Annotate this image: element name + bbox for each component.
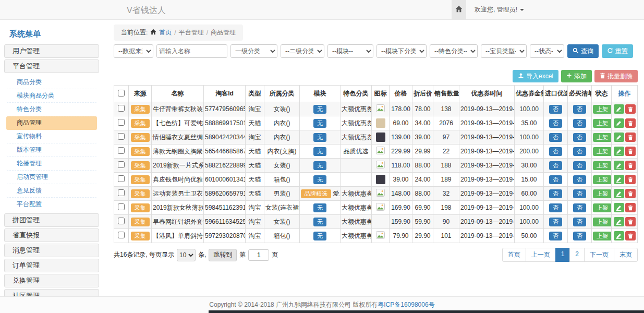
edit-button[interactable] — [614, 189, 624, 198]
must-buy-toggle-badge[interactable]: 否 — [573, 203, 586, 212]
must-buy-toggle-badge[interactable]: 否 — [573, 105, 586, 114]
name-input[interactable] — [156, 44, 227, 58]
feature-category-select[interactable]: --特色分类-- — [430, 44, 478, 58]
sidebar-item-user-management[interactable]: 用户管理 — [4, 44, 99, 58]
status-badge[interactable]: 上架 — [593, 175, 612, 184]
delete-button[interactable] — [625, 175, 636, 184]
sidebar-item-panel[interactable]: 省直快报 — [4, 228, 99, 242]
must-buy-toggle-badge[interactable]: 否 — [573, 175, 586, 184]
sidebar-item-panel[interactable]: 拼团管理 — [4, 213, 99, 227]
row-checkbox[interactable] — [118, 105, 125, 112]
page-button[interactable]: 首页 — [502, 248, 526, 262]
edit-button[interactable] — [614, 118, 624, 128]
edit-button[interactable] — [614, 175, 624, 184]
status-badge[interactable]: 上架 — [593, 218, 612, 226]
status-badge[interactable]: 上架 — [593, 161, 612, 170]
edit-button[interactable] — [614, 217, 624, 226]
sidebar-item-current[interactable]: 商品管理 — [6, 116, 97, 130]
delete-button[interactable] — [625, 189, 636, 198]
select-all-checkbox[interactable] — [118, 90, 125, 97]
import-toggle-badge[interactable]: 否 — [549, 189, 562, 198]
status-badge[interactable]: 上架 — [593, 232, 612, 240]
page-button[interactable]: 1 — [555, 248, 570, 262]
sidebar-sub-item[interactable]: 宣传物料 — [6, 130, 97, 143]
status-select[interactable]: --状态-- — [530, 44, 564, 58]
edit-button[interactable] — [614, 161, 624, 170]
level1-category-select[interactable]: 一级分类 — [230, 44, 277, 58]
row-checkbox[interactable] — [118, 218, 125, 224]
page-button[interactable]: 2 — [569, 248, 585, 262]
row-checkbox[interactable] — [118, 147, 125, 154]
batch-delete-button[interactable]: 批量删除 — [594, 70, 638, 82]
delete-button[interactable] — [625, 104, 636, 114]
import-toggle-badge[interactable]: 否 — [549, 218, 562, 226]
level2-category-select[interactable]: --二级分类-- — [281, 44, 324, 58]
delete-button[interactable] — [625, 161, 636, 170]
must-buy-toggle-badge[interactable]: 否 — [573, 218, 586, 226]
sidebar-sub-item[interactable]: 轮播管理 — [6, 157, 97, 171]
sidebar-sub-item[interactable]: 特色分类 — [6, 103, 97, 116]
breadcrumb-home-link[interactable]: 首页 — [159, 28, 172, 37]
status-badge[interactable]: 上架 — [593, 105, 612, 114]
sidebar-item-panel[interactable]: 消息管理 — [4, 244, 99, 257]
must-buy-toggle-badge[interactable]: 否 — [573, 147, 586, 156]
status-badge[interactable]: 上架 — [593, 147, 612, 156]
import-toggle-badge[interactable]: 否 — [549, 105, 562, 114]
edit-button[interactable] — [614, 203, 624, 212]
module-select[interactable]: --模块-- — [327, 44, 373, 58]
reset-button[interactable]: 重置 — [602, 44, 633, 58]
sidebar-sub-item[interactable]: 商品分类 — [6, 76, 97, 89]
delete-button[interactable] — [625, 118, 636, 128]
import-toggle-badge[interactable]: 否 — [549, 203, 562, 212]
status-badge[interactable]: 上架 — [593, 133, 612, 142]
item-type-select[interactable]: --宝贝类型-- — [481, 44, 527, 58]
data-source-select[interactable]: --数据来源-- — [114, 44, 153, 58]
per-page-select[interactable]: 10 — [177, 249, 196, 261]
jump-page-input[interactable] — [248, 249, 269, 261]
import-toggle-badge[interactable]: 否 — [549, 133, 562, 142]
delete-button[interactable] — [625, 231, 636, 240]
row-checkbox[interactable] — [118, 133, 125, 140]
icp-link[interactable]: 粤ICP备16098006号 — [378, 300, 434, 309]
status-badge[interactable]: 上架 — [593, 189, 612, 198]
must-buy-toggle-badge[interactable]: 否 — [573, 161, 586, 170]
user-menu[interactable]: 欢迎您, 管理员! — [475, 5, 524, 14]
import-toggle-badge[interactable]: 否 — [549, 119, 562, 128]
search-button[interactable]: 查询 — [567, 44, 599, 58]
row-checkbox[interactable] — [118, 161, 125, 168]
jump-button[interactable]: 跳转到 — [209, 249, 237, 261]
delete-button[interactable] — [625, 217, 636, 226]
edit-button[interactable] — [614, 231, 624, 240]
sidebar-item-platform-management[interactable]: 平台管理 — [4, 59, 99, 73]
module-sub-category-select[interactable]: --模块下分类-- — [376, 44, 427, 58]
sidebar-sub-item[interactable]: 平台配置 — [6, 198, 97, 211]
sidebar-item-panel[interactable]: 社区管理 — [4, 289, 99, 296]
sidebar-sub-item[interactable]: 启动页管理 — [6, 171, 97, 184]
row-checkbox[interactable] — [118, 232, 125, 238]
sidebar-sub-item[interactable]: 意见反馈 — [6, 184, 97, 198]
delete-button[interactable] — [625, 147, 636, 156]
sidebar-sub-item[interactable]: 版本管理 — [6, 143, 97, 157]
status-badge[interactable]: 上架 — [593, 119, 612, 128]
import-toggle-badge[interactable]: 否 — [549, 175, 562, 184]
page-button[interactable]: 上一页 — [526, 248, 556, 262]
must-buy-toggle-badge[interactable]: 否 — [573, 189, 586, 198]
row-checkbox[interactable] — [118, 175, 125, 182]
sidebar-item-panel[interactable]: 订单管理 — [4, 259, 99, 272]
page-button[interactable]: 末页 — [614, 248, 638, 262]
row-checkbox[interactable] — [118, 203, 125, 210]
page-button[interactable]: 下一页 — [584, 248, 614, 262]
delete-button[interactable] — [625, 133, 636, 142]
row-checkbox[interactable] — [118, 189, 125, 196]
must-buy-toggle-badge[interactable]: 否 — [573, 133, 586, 142]
import-excel-button[interactable]: 导入excel — [513, 70, 558, 82]
delete-button[interactable] — [625, 203, 636, 212]
edit-button[interactable] — [614, 133, 624, 142]
import-toggle-badge[interactable]: 否 — [549, 147, 562, 156]
sidebar-sub-item[interactable]: 模块商品分类 — [6, 89, 97, 103]
edit-button[interactable] — [614, 104, 624, 114]
must-buy-toggle-badge[interactable]: 否 — [573, 232, 586, 240]
must-buy-toggle-badge[interactable]: 否 — [573, 119, 586, 128]
sidebar-item-panel[interactable]: 兑换管理 — [4, 274, 99, 287]
add-button[interactable]: 添加 — [561, 70, 592, 82]
